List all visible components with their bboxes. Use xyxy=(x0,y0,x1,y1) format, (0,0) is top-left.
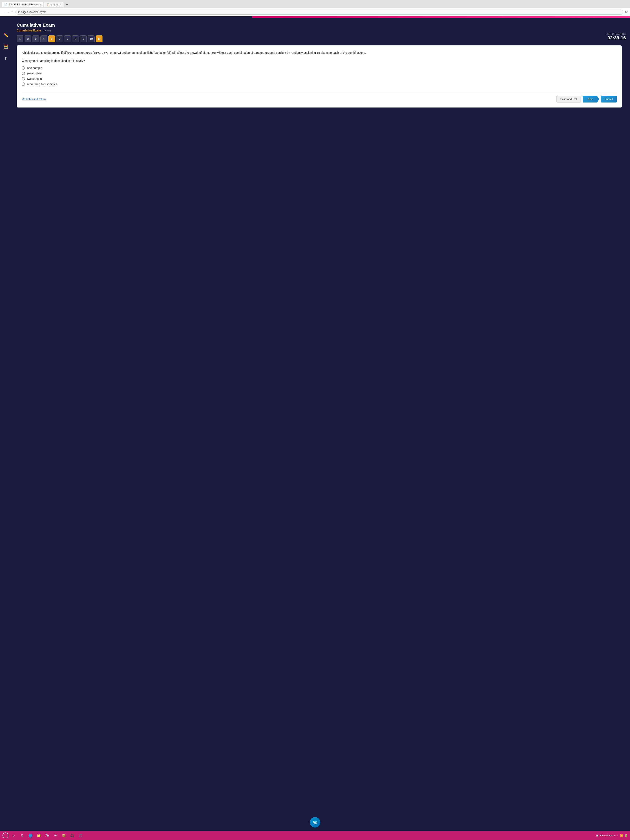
exam-title: Cumulative Exam xyxy=(17,22,626,28)
taskbar-chevron-icon[interactable]: ^ xyxy=(617,834,618,837)
radio-1[interactable] xyxy=(22,66,25,69)
q-btn-9[interactable]: 9 xyxy=(80,35,87,42)
timer-section: TIME REMAINING 02:39:16 xyxy=(606,33,626,41)
taskbar-headphones-icon[interactable]: 🎧 xyxy=(69,832,75,838)
option-2[interactable]: paired data xyxy=(22,72,617,75)
app-container: ✏️ 🧮 ⬆ Cumulative Exam Cumulative Exam A… xyxy=(0,16,630,840)
extensions-icon[interactable]: A° xyxy=(625,10,628,14)
exam-subtitle: Cumulative Exam xyxy=(17,29,41,32)
q-btn-10[interactable]: 10 xyxy=(88,35,95,42)
upload-icon[interactable]: ⬆ xyxy=(2,54,10,63)
option-2-label: paired data xyxy=(27,72,42,75)
taskbar-right: 🌦 Rain off and on ^ 📶 🔋 xyxy=(596,834,627,837)
hp-area: hp xyxy=(310,817,320,827)
exam-subtitle-row: Cumulative Exam Active xyxy=(17,29,626,32)
tab2-label: t-table xyxy=(51,3,58,6)
tab-icon: 📄 xyxy=(4,3,7,6)
option-3[interactable]: two samples xyxy=(22,77,617,81)
question-text: A biologist wants to determine if differ… xyxy=(22,51,617,55)
q-btn-8[interactable]: 8 xyxy=(72,35,79,42)
taskbar-files-icon[interactable]: 📁 xyxy=(36,832,42,838)
sidebar: ✏️ 🧮 ⬆ xyxy=(0,29,11,65)
tab-label: GA-GSE Statistical Reasoning B xyxy=(8,3,43,6)
address-input[interactable] xyxy=(16,9,623,14)
weather-icon: 🌦 xyxy=(596,834,598,837)
option-3-label: two samples xyxy=(27,77,43,81)
forward-icon[interactable]: → xyxy=(7,10,9,14)
new-tab-button[interactable]: + xyxy=(65,2,69,7)
taskbar-edge-icon[interactable]: 🌐 xyxy=(27,832,33,838)
radio-3[interactable] xyxy=(22,77,25,81)
taskbar-mail-icon[interactable]: ✉ xyxy=(52,832,58,838)
q-btn-5[interactable]: 5 xyxy=(48,35,55,42)
back-icon[interactable]: ← xyxy=(2,10,5,14)
q-btn-4[interactable]: 4 xyxy=(40,35,47,42)
next-button[interactable]: Next xyxy=(583,96,599,103)
q-btn-1[interactable]: 1 xyxy=(17,35,23,42)
tab2-close[interactable]: ✕ xyxy=(59,3,61,6)
q-btn-arrow[interactable]: ▶ xyxy=(96,35,103,42)
taskbar-music-icon[interactable]: 🎵 xyxy=(77,832,83,838)
save-exit-button[interactable]: Save and Exit xyxy=(556,96,581,103)
taskbar: ⌕ ⧉ 🌐 📁 🛍 ✉ 📦 🎧 🎵 🌦 Rain off and on ^ 📶 … xyxy=(0,831,630,840)
pencil-icon[interactable]: ✏️ xyxy=(2,31,10,39)
radio-2[interactable] xyxy=(22,72,25,75)
card-footer: Mark this and return Save and Exit Next … xyxy=(22,92,617,103)
question-nav: 1 2 3 4 5 6 7 8 9 10 ▶ xyxy=(17,35,626,42)
question-prompt: What type of sampling is described in th… xyxy=(22,59,617,63)
timer-label: TIME REMAINING xyxy=(606,33,626,35)
taskbar-search-icon[interactable]: ⌕ xyxy=(11,832,17,838)
tab-2[interactable]: 📋 t-table ✕ xyxy=(44,2,63,7)
q-btn-7[interactable]: 7 xyxy=(64,35,71,42)
option-4-label: more than two samples xyxy=(27,82,57,86)
radio-4[interactable] xyxy=(22,82,25,86)
main-content: Cumulative Exam Cumulative Exam Active 1… xyxy=(17,21,626,107)
taskbar-battery-icon: 🔋 xyxy=(625,834,627,837)
taskbar-network-icon: 📶 xyxy=(620,834,623,837)
hp-logo: hp xyxy=(310,817,320,827)
calculator-icon[interactable]: 🧮 xyxy=(2,43,10,51)
options-list: one sample paired data two samples more … xyxy=(22,66,617,86)
q-btn-6[interactable]: 6 xyxy=(56,35,63,42)
tab2-icon: 📋 xyxy=(47,3,50,6)
timer-value: 02:39:16 xyxy=(606,35,626,41)
taskbar-taskview-icon[interactable]: ⧉ xyxy=(19,832,25,838)
browser-chrome: 📄 GA-GSE Statistical Reasoning B ✕ 📋 t-t… xyxy=(0,0,630,16)
question-card: A biologist wants to determine if differ… xyxy=(17,46,622,107)
q-btn-2[interactable]: 2 xyxy=(25,35,31,42)
exam-status: Active xyxy=(44,29,51,32)
refresh-icon[interactable]: ↻ xyxy=(11,10,14,14)
submit-button[interactable]: Submit xyxy=(601,96,617,103)
option-1[interactable]: one sample xyxy=(22,66,617,69)
taskbar-store-icon[interactable]: 🛍 xyxy=(44,832,50,838)
tab-active[interactable]: 📄 GA-GSE Statistical Reasoning B ✕ xyxy=(2,2,43,7)
address-bar-row: ← → ↻ A° xyxy=(0,8,630,16)
taskbar-dropbox-icon[interactable]: 📦 xyxy=(61,832,67,838)
footer-buttons: Save and Exit Next Submit xyxy=(556,96,617,103)
taskbar-start[interactable] xyxy=(3,832,8,838)
q-btn-3[interactable]: 3 xyxy=(33,35,39,42)
mark-return-link[interactable]: Mark this and return xyxy=(22,98,46,101)
accent-bar xyxy=(252,16,630,18)
option-4[interactable]: more than two samples xyxy=(22,82,617,86)
option-1-label: one sample xyxy=(27,66,42,69)
tab-bar: 📄 GA-GSE Statistical Reasoning B ✕ 📋 t-t… xyxy=(0,0,630,8)
weather-text: Rain off and on xyxy=(600,834,616,837)
